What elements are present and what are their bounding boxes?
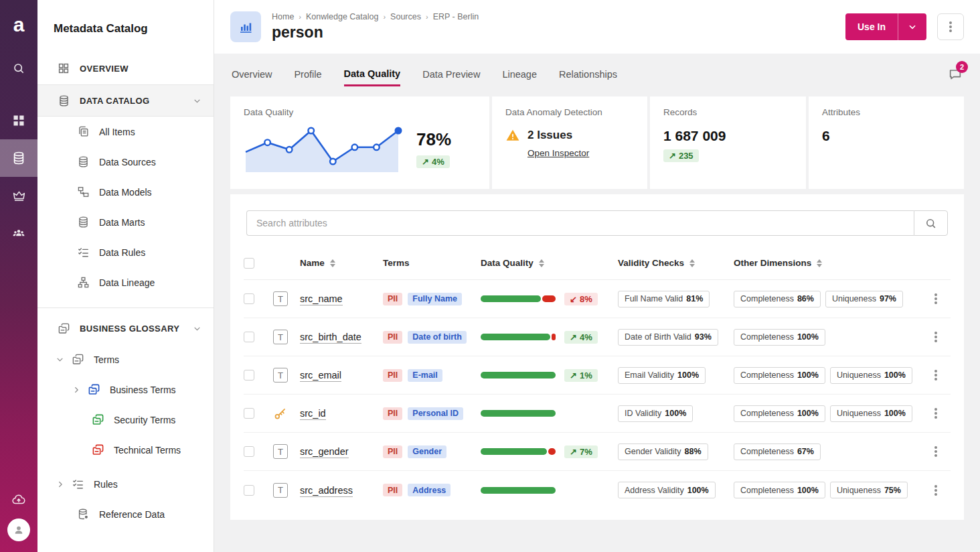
- attribute-name-link[interactable]: src_gender: [300, 446, 349, 458]
- rail-search-button[interactable]: [0, 50, 37, 87]
- search-button[interactable]: [914, 210, 948, 236]
- sidebar-item-all-items[interactable]: All Items: [37, 117, 214, 147]
- dimension-chip[interactable]: Completeness86%: [734, 291, 821, 307]
- chevron-down-icon[interactable]: [56, 355, 65, 364]
- sidebar-item-data-catalog[interactable]: DATA CATALOG: [37, 84, 214, 117]
- tab-data-preview[interactable]: Data Preview: [422, 64, 480, 85]
- validity-chip[interactable]: Gender Validity88%: [618, 443, 708, 460]
- row-kebab-button[interactable]: [921, 297, 951, 300]
- sidebar-item-data-marts[interactable]: Data Marts: [37, 207, 214, 237]
- sidebar-item-rules[interactable]: Rules: [37, 469, 214, 499]
- attribute-name-link[interactable]: src_email: [300, 370, 341, 382]
- sidebar-item-data-sources[interactable]: Data Sources: [37, 147, 214, 177]
- row-kebab-button[interactable]: [921, 450, 951, 453]
- rail-overview-button[interactable]: [0, 102, 37, 139]
- term-tag[interactable]: Address: [408, 484, 451, 496]
- pii-tag[interactable]: PII: [383, 445, 402, 458]
- sidebar-item-data-rules[interactable]: Data Rules: [37, 237, 214, 267]
- sidebar-item-data-lineage[interactable]: Data Lineage: [37, 267, 214, 297]
- pii-tag[interactable]: PII: [383, 484, 402, 496]
- sidebar-item-security-terms[interactable]: Security Terms: [37, 405, 214, 435]
- breadcrumb-link[interactable]: ERP - Berlin: [433, 12, 479, 21]
- row-kebab-button[interactable]: [921, 489, 951, 492]
- validity-chip[interactable]: Address Validity100%: [618, 482, 716, 498]
- column-header-validity-checks[interactable]: Validity Checks: [618, 258, 734, 268]
- sidebar-item-terms[interactable]: Terms: [37, 344, 214, 374]
- tab-overview[interactable]: Overview: [232, 64, 272, 85]
- sidebar-item-overview[interactable]: OVERVIEW: [37, 52, 214, 84]
- tab-lineage[interactable]: Lineage: [502, 64, 537, 85]
- header-kebab-button[interactable]: [937, 13, 964, 40]
- sidebar-item-business-glossary[interactable]: BUSINESS GLOSSARY: [37, 312, 214, 344]
- term-tag[interactable]: Gender: [408, 445, 446, 458]
- term-tag[interactable]: E-mail: [408, 369, 442, 382]
- dimension-chip[interactable]: Completeness100%: [734, 367, 825, 384]
- row-checkbox[interactable]: [244, 446, 254, 457]
- row-checkbox[interactable]: [244, 293, 254, 304]
- comments-button[interactable]: 2: [948, 67, 963, 82]
- sidebar-item-business-terms[interactable]: Business Terms: [37, 374, 214, 405]
- select-all-checkbox[interactable]: [244, 258, 254, 269]
- column-header-terms[interactable]: Terms: [383, 258, 481, 268]
- row-kebab-button[interactable]: [921, 336, 951, 338]
- pii-tag[interactable]: PII: [383, 407, 402, 420]
- user-avatar[interactable]: [7, 519, 30, 541]
- breadcrumb-link[interactable]: Home: [272, 12, 294, 21]
- sort-icon[interactable]: [817, 259, 822, 267]
- row-checkbox[interactable]: [244, 370, 254, 381]
- term-tag[interactable]: Personal ID: [408, 407, 463, 420]
- dimension-chip[interactable]: Completeness100%: [734, 405, 825, 422]
- dimension-chip[interactable]: Completeness100%: [734, 482, 825, 498]
- rail-governance-button[interactable]: [0, 177, 37, 214]
- validity-chip[interactable]: Email Validity100%: [618, 367, 706, 384]
- rail-data-catalog-button[interactable]: [0, 139, 37, 177]
- validity-chip[interactable]: ID Validity100%: [618, 405, 693, 422]
- search-input[interactable]: [246, 210, 914, 236]
- tab-data-quality[interactable]: Data Quality: [344, 63, 401, 86]
- row-checkbox[interactable]: [244, 332, 254, 342]
- dimension-chip[interactable]: Uniqueness100%: [830, 367, 912, 384]
- open-inspector-link[interactable]: Open Inspector: [527, 148, 589, 158]
- validity-chip[interactable]: Date of Birth Valid93%: [618, 329, 718, 346]
- sort-icon[interactable]: [330, 259, 335, 267]
- pii-tag[interactable]: PII: [383, 369, 402, 382]
- attribute-name-link[interactable]: src_birth_date: [300, 332, 361, 344]
- dimension-chip[interactable]: Uniqueness97%: [825, 291, 903, 307]
- chevron-right-icon[interactable]: [72, 385, 81, 395]
- validity-chip[interactable]: Full Name Valid81%: [618, 291, 710, 307]
- tab-profile[interactable]: Profile: [294, 64, 321, 85]
- term-tag[interactable]: Date of birth: [408, 331, 467, 344]
- chevron-down-icon[interactable]: [193, 96, 201, 105]
- sidebar-item-technical-terms[interactable]: Technical Terms: [37, 435, 214, 465]
- row-kebab-button[interactable]: [921, 412, 951, 415]
- column-header-name[interactable]: Name: [300, 258, 383, 268]
- dimension-chip[interactable]: Completeness100%: [734, 329, 825, 346]
- row-checkbox[interactable]: [244, 408, 254, 419]
- sidebar-item-data-models[interactable]: Data Models: [37, 177, 214, 207]
- rail-people-button[interactable]: [0, 214, 37, 252]
- row-kebab-button[interactable]: [921, 374, 951, 376]
- column-header-other-dimensions[interactable]: Other Dimensions: [734, 258, 921, 268]
- attribute-name-link[interactable]: src_id: [300, 408, 326, 420]
- attribute-name-link[interactable]: src_name: [300, 293, 343, 305]
- attribute-name-link[interactable]: src_address: [300, 485, 353, 497]
- rail-cloud-sync-button[interactable]: [0, 481, 37, 519]
- term-tag[interactable]: Fully Name: [408, 293, 462, 305]
- pii-tag[interactable]: PII: [383, 293, 402, 305]
- app-logo[interactable]: a: [0, 0, 37, 50]
- sidebar-item-reference-data[interactable]: Reference Data: [37, 499, 214, 529]
- sort-icon[interactable]: [689, 259, 695, 267]
- row-checkbox[interactable]: [244, 485, 254, 496]
- pii-tag[interactable]: PII: [383, 331, 402, 344]
- breadcrumb-link[interactable]: Konwledge Catalog: [306, 12, 378, 21]
- use-in-dropdown-button[interactable]: [898, 13, 926, 40]
- chevron-down-icon[interactable]: [193, 324, 201, 333]
- dimension-chip[interactable]: Uniqueness75%: [830, 482, 908, 498]
- dimension-chip[interactable]: Uniqueness100%: [830, 405, 912, 422]
- use-in-button[interactable]: Use In: [845, 13, 898, 40]
- dimension-chip[interactable]: Completeness67%: [734, 443, 821, 460]
- breadcrumb-link[interactable]: Sources: [390, 12, 421, 21]
- tab-relationships[interactable]: Relationships: [559, 64, 617, 85]
- sort-icon[interactable]: [539, 259, 544, 267]
- column-header-data-quality[interactable]: Data Quality: [481, 258, 618, 268]
